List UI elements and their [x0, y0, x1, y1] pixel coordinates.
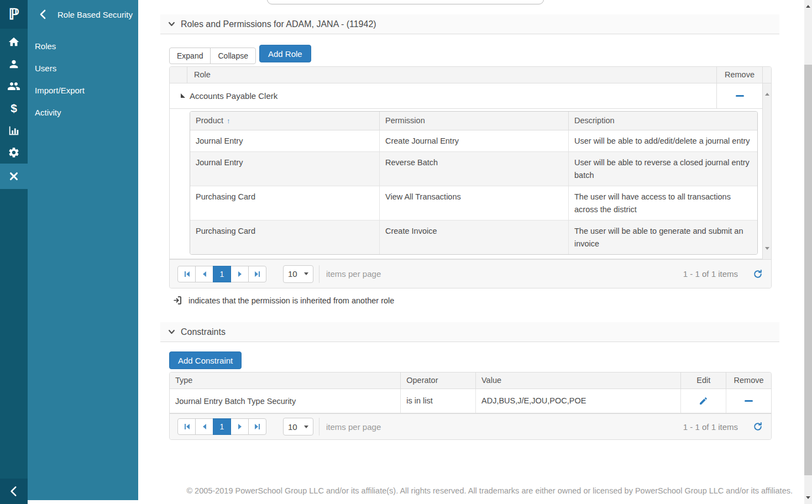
- pager-buttons: 1: [177, 266, 266, 282]
- edit-column-header: Edit: [680, 372, 726, 389]
- permission-column-header[interactable]: Permission: [380, 112, 569, 130]
- sidebar-item-users[interactable]: Users: [28, 57, 138, 80]
- rail-item-finance[interactable]: $: [0, 97, 28, 119]
- cell-product: Journal Entry: [190, 130, 380, 151]
- remove-constraint-icon[interactable]: [745, 400, 753, 402]
- rail-item-reports[interactable]: [0, 119, 28, 141]
- roles-section-header[interactable]: Roles and Permissions for ADAM, JANA - (…: [160, 14, 779, 34]
- constraints-pager: 1 10 items per page 1 - 1 of 1 items: [170, 413, 771, 439]
- search-input[interactable]: [267, 0, 544, 4]
- users-group-icon: [7, 80, 20, 93]
- roles-grid: Role Remove Accounts Payable Clerk: [169, 66, 772, 288]
- constraints-grid-header: Type Operator Value Edit Remove: [170, 372, 771, 389]
- rail-item-settings[interactable]: [0, 141, 28, 164]
- cell-description: The user will have access to all transac…: [569, 186, 757, 220]
- cell-product: Purchasing Card: [190, 221, 380, 254]
- pager-first-button[interactable]: [177, 266, 196, 282]
- inherited-login-icon: [172, 295, 183, 306]
- collapse-button[interactable]: Collapse: [210, 48, 255, 64]
- product-column-header[interactable]: Product↑: [190, 112, 380, 130]
- value-column-header[interactable]: Value: [475, 372, 680, 389]
- role-row[interactable]: Accounts Payable Clerk: [170, 83, 771, 109]
- scrollbar-thumb[interactable]: [804, 65, 812, 475]
- scrollbar-spacer: [762, 67, 771, 83]
- page-size-select[interactable]: 10: [283, 418, 313, 435]
- pager-prev-button[interactable]: [195, 266, 213, 282]
- pager-first-button[interactable]: [177, 418, 196, 435]
- cell-type: Journal Entry Batch Type Security: [170, 397, 400, 406]
- refresh-button[interactable]: [752, 269, 763, 280]
- scroll-down-icon[interactable]: [806, 496, 810, 501]
- roles-grid-header: Role Remove: [170, 67, 771, 83]
- sort-asc-icon: ↑: [227, 117, 230, 125]
- pager-last-button[interactable]: [248, 266, 266, 282]
- permission-row: Journal Entry Create Journal Entry User …: [190, 130, 757, 152]
- rail-nav: $: [0, 31, 28, 189]
- description-column-header[interactable]: Description: [569, 112, 757, 130]
- add-role-button[interactable]: Add Role: [259, 45, 311, 62]
- permission-row: Purchasing Card View All Transactions Th…: [190, 186, 757, 221]
- first-page-icon: [186, 424, 190, 429]
- cell-description: The user will be able to generate and su…: [569, 221, 757, 254]
- back-button[interactable]: [36, 8, 50, 21]
- page-size-select[interactable]: 10: [283, 265, 313, 283]
- rail-item-groups[interactable]: [0, 75, 28, 97]
- chevron-down-icon: [167, 20, 176, 28]
- dollar-icon: $: [11, 102, 17, 115]
- roles-toolbar: Expand Collapse Add Role: [169, 45, 779, 64]
- edit-pencil-icon[interactable]: [699, 396, 708, 406]
- pager-page-1[interactable]: 1: [213, 266, 231, 282]
- scroll-down-icon[interactable]: [765, 247, 769, 252]
- rail-item-users[interactable]: [0, 53, 28, 75]
- permissions-grid: Product↑ Permission Description Journal …: [190, 111, 758, 255]
- refresh-button[interactable]: [752, 421, 763, 432]
- cell-product: Purchasing Card: [190, 186, 380, 220]
- pager-prev-button[interactable]: [195, 418, 213, 435]
- scroll-up-icon[interactable]: [765, 91, 769, 96]
- inherited-note: indicates that the permission is inherit…: [172, 295, 779, 306]
- constraints-grid: Type Operator Value Edit Remove Journal …: [169, 372, 772, 440]
- grid-vertical-scrollbar[interactable]: [762, 83, 771, 259]
- collapse-row-icon[interactable]: [181, 93, 185, 98]
- role-column-header[interactable]: Role: [187, 67, 716, 83]
- rail-item-tools[interactable]: [0, 164, 28, 189]
- page-scrollbar[interactable]: [804, 0, 812, 504]
- expander-column-header: [170, 67, 187, 83]
- cell-permission: Create Invoice: [380, 221, 569, 254]
- cell-permission: Create Journal Entry: [380, 130, 569, 151]
- roles-section-title: Roles and Permissions for ADAM, JANA - (…: [181, 19, 376, 29]
- collapse-sidebar-button[interactable]: [0, 479, 28, 504]
- scroll-up-icon[interactable]: [806, 3, 810, 8]
- type-column-header[interactable]: Type: [170, 372, 400, 389]
- pager-buttons: 1: [177, 418, 266, 435]
- items-per-page-label: items per page: [326, 422, 381, 432]
- prev-page-icon: [203, 271, 206, 277]
- role-expander-cell: [170, 93, 187, 98]
- constraints-section-header[interactable]: Constraints: [160, 322, 779, 342]
- sidebar-item-import-export[interactable]: Import/Export: [28, 80, 138, 102]
- cell-description: User will be able to reverse a closed jo…: [569, 152, 757, 186]
- roles-pager: 1 10 items per page 1 - 1 of 1 items: [170, 259, 771, 288]
- sidebar-menu: Roles Users Import/Export Activity: [28, 29, 138, 124]
- pager-page-1[interactable]: 1: [213, 418, 231, 435]
- items-per-page-label: items per page: [326, 269, 381, 279]
- cell-description: User will be able to add/edit/delete a j…: [569, 130, 757, 151]
- pager-next-button[interactable]: [230, 266, 249, 282]
- powerschool-logo-icon[interactable]: ℙ: [0, 0, 28, 29]
- rail-item-home[interactable]: [0, 31, 28, 53]
- operator-column-header[interactable]: Operator: [400, 372, 475, 389]
- user-icon: [8, 58, 20, 70]
- sidebar-item-roles[interactable]: Roles: [28, 35, 138, 57]
- caret-down-icon: [304, 426, 308, 428]
- chevron-down-icon: [167, 328, 176, 336]
- items-info: 1 - 1 of 1 items: [683, 422, 738, 432]
- remove-role-icon[interactable]: [736, 95, 744, 97]
- role-name: Accounts Payable Clerk: [187, 91, 716, 101]
- expand-button[interactable]: Expand: [169, 48, 211, 64]
- cell-operator: is in list: [400, 389, 475, 413]
- pager-last-button[interactable]: [248, 418, 266, 435]
- pager-next-button[interactable]: [230, 418, 249, 435]
- items-info: 1 - 1 of 1 items: [683, 269, 738, 279]
- add-constraint-button[interactable]: Add Constraint: [169, 351, 242, 369]
- sidebar-item-activity[interactable]: Activity: [28, 102, 138, 124]
